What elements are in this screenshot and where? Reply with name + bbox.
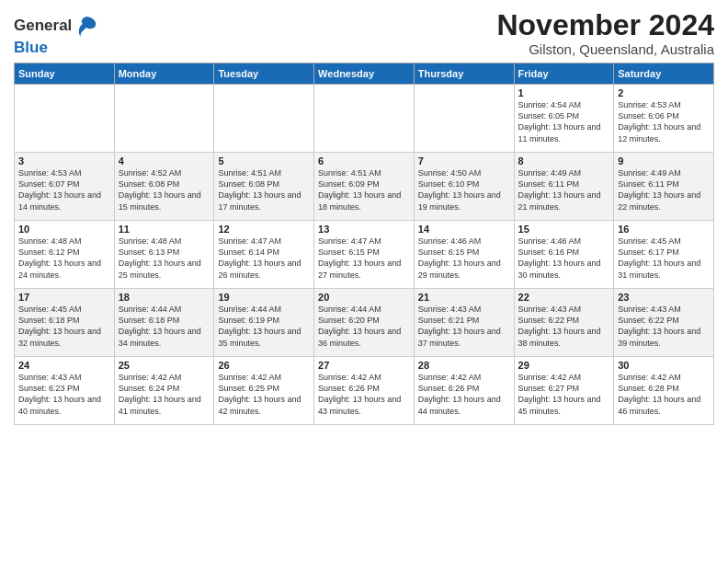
calendar-cell: 21Sunrise: 4:43 AM Sunset: 6:21 PM Dayli… [414, 289, 514, 357]
day-number: 4 [119, 155, 210, 167]
day-info: Sunrise: 4:44 AM Sunset: 6:20 PM Dayligh… [318, 304, 410, 349]
day-info: Sunrise: 4:51 AM Sunset: 6:09 PM Dayligh… [318, 167, 410, 213]
day-number: 6 [318, 155, 410, 167]
weekday-header-friday: Friday [514, 63, 614, 85]
day-number: 17 [18, 292, 110, 303]
day-number: 30 [618, 360, 710, 371]
calendar-cell: 10Sunrise: 4:48 AM Sunset: 6:12 PM Dayli… [15, 221, 115, 289]
day-info: Sunrise: 4:43 AM Sunset: 6:22 PM Dayligh… [518, 304, 610, 349]
calendar-cell: 22Sunrise: 4:43 AM Sunset: 6:22 PM Dayli… [514, 289, 614, 357]
calendar-week-row: 24Sunrise: 4:43 AM Sunset: 6:23 PM Dayli… [15, 357, 714, 425]
day-info: Sunrise: 4:42 AM Sunset: 6:27 PM Dayligh… [518, 372, 610, 417]
day-info: Sunrise: 4:46 AM Sunset: 6:15 PM Dayligh… [418, 236, 510, 281]
page-container: General Blue November 2024 Gilston, Quee… [0, 0, 728, 430]
calendar-cell: 15Sunrise: 4:46 AM Sunset: 6:16 PM Dayli… [514, 221, 614, 289]
weekday-header-wednesday: Wednesday [314, 63, 415, 85]
day-number: 9 [618, 155, 710, 167]
day-number: 10 [18, 224, 110, 235]
day-number: 14 [418, 224, 510, 235]
day-info: Sunrise: 4:42 AM Sunset: 6:24 PM Dayligh… [119, 372, 210, 417]
day-number: 1 [518, 87, 610, 98]
day-info: Sunrise: 4:54 AM Sunset: 6:05 PM Dayligh… [518, 99, 610, 144]
calendar-cell: 19Sunrise: 4:44 AM Sunset: 6:19 PM Dayli… [214, 289, 314, 357]
calendar-cell: 12Sunrise: 4:47 AM Sunset: 6:14 PM Dayli… [214, 221, 314, 289]
day-number: 5 [218, 155, 310, 167]
day-number: 13 [318, 224, 410, 235]
calendar-cell: 16Sunrise: 4:45 AM Sunset: 6:17 PM Dayli… [614, 221, 714, 289]
day-number: 15 [518, 224, 610, 235]
calendar-cell: 3Sunrise: 4:53 AM Sunset: 6:07 PM Daylig… [15, 153, 115, 221]
calendar-cell: 18Sunrise: 4:44 AM Sunset: 6:18 PM Dayli… [114, 289, 214, 357]
day-number: 8 [518, 155, 610, 167]
calendar-cell: 26Sunrise: 4:42 AM Sunset: 6:25 PM Dayli… [214, 357, 314, 425]
day-info: Sunrise: 4:42 AM Sunset: 6:25 PM Dayligh… [218, 372, 310, 417]
weekday-header-saturday: Saturday [614, 63, 714, 85]
day-number: 29 [518, 360, 610, 371]
calendar-cell: 20Sunrise: 4:44 AM Sunset: 6:20 PM Dayli… [314, 289, 415, 357]
day-info: Sunrise: 4:46 AM Sunset: 6:16 PM Dayligh… [518, 236, 610, 281]
day-info: Sunrise: 4:44 AM Sunset: 6:18 PM Dayligh… [119, 304, 210, 349]
weekday-header-monday: Monday [114, 63, 214, 85]
day-info: Sunrise: 4:45 AM Sunset: 6:17 PM Dayligh… [618, 236, 710, 281]
calendar-cell: 29Sunrise: 4:42 AM Sunset: 6:27 PM Dayli… [514, 357, 614, 425]
day-info: Sunrise: 4:52 AM Sunset: 6:08 PM Dayligh… [119, 167, 210, 213]
day-info: Sunrise: 4:48 AM Sunset: 6:13 PM Dayligh… [119, 236, 210, 281]
day-info: Sunrise: 4:42 AM Sunset: 6:26 PM Dayligh… [318, 372, 410, 417]
logo-blue: Blue [14, 39, 48, 56]
day-info: Sunrise: 4:50 AM Sunset: 6:10 PM Dayligh… [418, 167, 510, 213]
day-number: 26 [218, 360, 310, 371]
calendar-cell: 23Sunrise: 4:43 AM Sunset: 6:22 PM Dayli… [614, 289, 714, 357]
day-number: 16 [618, 224, 710, 235]
day-number: 20 [318, 292, 410, 303]
day-number: 25 [119, 360, 210, 371]
calendar-cell: 2Sunrise: 4:53 AM Sunset: 6:06 PM Daylig… [614, 85, 714, 153]
day-number: 27 [318, 360, 410, 371]
calendar-week-row: 3Sunrise: 4:53 AM Sunset: 6:07 PM Daylig… [15, 153, 714, 221]
calendar-cell: 28Sunrise: 4:42 AM Sunset: 6:26 PM Dayli… [414, 357, 514, 425]
day-info: Sunrise: 4:47 AM Sunset: 6:14 PM Dayligh… [218, 236, 310, 281]
day-info: Sunrise: 4:47 AM Sunset: 6:15 PM Dayligh… [318, 236, 410, 281]
calendar-week-row: 17Sunrise: 4:45 AM Sunset: 6:18 PM Dayli… [15, 289, 714, 357]
header: General Blue November 2024 Gilston, Quee… [14, 9, 714, 57]
day-number: 23 [618, 292, 710, 303]
logo-text: General Blue [14, 13, 99, 57]
day-info: Sunrise: 4:43 AM Sunset: 6:23 PM Dayligh… [18, 372, 110, 417]
month-title: November 2024 [496, 9, 714, 41]
day-number: 7 [418, 155, 510, 167]
day-info: Sunrise: 4:43 AM Sunset: 6:21 PM Dayligh… [418, 304, 510, 349]
calendar-cell: 4Sunrise: 4:52 AM Sunset: 6:08 PM Daylig… [114, 153, 214, 221]
calendar-week-row: 10Sunrise: 4:48 AM Sunset: 6:12 PM Dayli… [15, 221, 714, 289]
calendar-cell: 6Sunrise: 4:51 AM Sunset: 6:09 PM Daylig… [314, 153, 415, 221]
weekday-header-thursday: Thursday [414, 63, 514, 85]
logo-general: General [14, 17, 72, 35]
day-number: 21 [418, 292, 510, 303]
calendar-cell [214, 85, 314, 153]
calendar-cell: 7Sunrise: 4:50 AM Sunset: 6:10 PM Daylig… [414, 153, 514, 221]
day-info: Sunrise: 4:42 AM Sunset: 6:28 PM Dayligh… [618, 372, 710, 417]
calendar-table: SundayMondayTuesdayWednesdayThursdayFrid… [14, 63, 714, 425]
day-number: 3 [18, 155, 110, 167]
day-info: Sunrise: 4:43 AM Sunset: 6:22 PM Dayligh… [618, 304, 710, 349]
day-info: Sunrise: 4:49 AM Sunset: 6:11 PM Dayligh… [618, 167, 710, 213]
title-block: November 2024 Gilston, Queensland, Austr… [496, 9, 714, 57]
calendar-cell: 9Sunrise: 4:49 AM Sunset: 6:11 PM Daylig… [614, 153, 714, 221]
day-info: Sunrise: 4:45 AM Sunset: 6:18 PM Dayligh… [18, 304, 110, 349]
calendar-week-row: 1Sunrise: 4:54 AM Sunset: 6:05 PM Daylig… [15, 85, 714, 153]
calendar-cell [314, 85, 415, 153]
day-number: 19 [218, 292, 310, 303]
day-info: Sunrise: 4:53 AM Sunset: 6:07 PM Dayligh… [18, 167, 110, 213]
calendar-cell [414, 85, 514, 153]
calendar-cell: 1Sunrise: 4:54 AM Sunset: 6:05 PM Daylig… [514, 85, 614, 153]
day-number: 18 [119, 292, 210, 303]
calendar-cell: 30Sunrise: 4:42 AM Sunset: 6:28 PM Dayli… [614, 357, 714, 425]
day-info: Sunrise: 4:44 AM Sunset: 6:19 PM Dayligh… [218, 304, 310, 349]
day-info: Sunrise: 4:42 AM Sunset: 6:26 PM Dayligh… [418, 372, 510, 417]
calendar-cell: 25Sunrise: 4:42 AM Sunset: 6:24 PM Dayli… [114, 357, 214, 425]
calendar-cell: 17Sunrise: 4:45 AM Sunset: 6:18 PM Dayli… [15, 289, 115, 357]
calendar-cell: 14Sunrise: 4:46 AM Sunset: 6:15 PM Dayli… [414, 221, 514, 289]
day-number: 24 [18, 360, 110, 371]
day-number: 11 [119, 224, 210, 235]
location: Gilston, Queensland, Australia [496, 41, 714, 57]
calendar-cell [114, 85, 214, 153]
day-number: 2 [618, 87, 710, 98]
